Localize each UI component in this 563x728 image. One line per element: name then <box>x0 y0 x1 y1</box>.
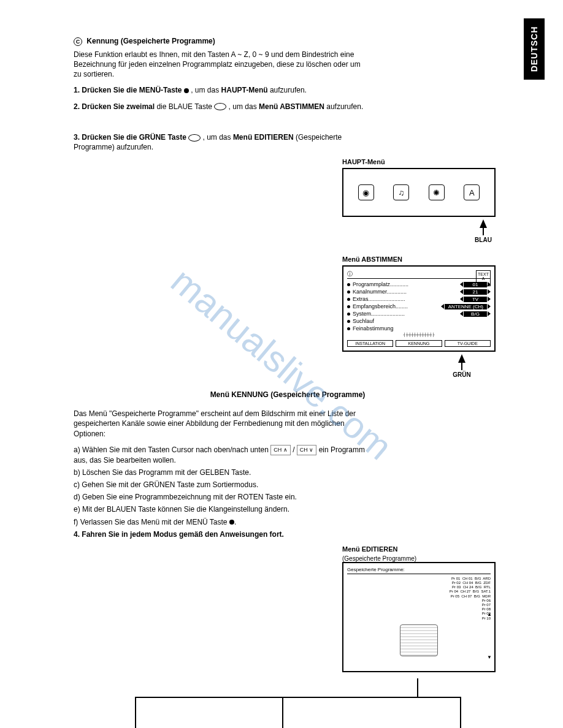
editieren-label: Menü EDITIEREN <box>342 545 502 553</box>
green-arrow: GRÜN <box>422 354 502 378</box>
blue-button-icon <box>214 103 226 110</box>
step-2: 2. Drücken Sie zweimal die BLAUE Taste ,… <box>74 102 368 112</box>
copyright-icon: C <box>74 37 82 46</box>
antenna-icon: A <box>464 184 480 200</box>
manual-page: DEUTSCH manualslive.com C Kennung (Gespe… <box>0 0 563 728</box>
step-4: 4. Fahren Sie in jedem Modus gemäß den A… <box>74 529 368 539</box>
abstimmen-tabs: INSTALLATION KENNUNG TV-GUIDE <box>347 340 491 347</box>
language-tab: DEUTSCH <box>524 18 545 80</box>
step-a: a) Wählen Sie mit den Tasten Cursor nach… <box>74 445 368 465</box>
eye-icon: ◉ <box>358 184 374 200</box>
remote-sketch <box>400 624 438 656</box>
arrow-to-sortieren <box>282 697 283 728</box>
ch-down-key: CH ∨ <box>297 445 317 455</box>
arrow-to-kennung <box>460 697 461 728</box>
arrow-to-loeschen <box>135 697 136 728</box>
blue-arrow: BLAU <box>465 219 502 243</box>
menu-button-icon <box>184 88 189 93</box>
step-e: e) Mit der BLAUEN Taste können Sie die K… <box>74 504 368 514</box>
editieren-right: Menü EDITIEREN (Gespeicherte Programme) … <box>342 545 502 672</box>
ch-up-key: CH ∧ <box>270 445 291 455</box>
clock-icon: ✺ <box>429 184 445 200</box>
kennung-title: Menü KENNUNG (Gespeicherte Programme) <box>74 390 502 399</box>
kennung-left: Das Menü "Gespeicherte Programme" ersche… <box>74 406 368 545</box>
step-1: 1. Drücken Sie die MENÜ-Taste , um das H… <box>74 85 368 95</box>
section-c-intro: Diese Funktion erlaubt es Ihnen, mit den… <box>74 50 368 80</box>
music-icon: ♫ <box>393 184 409 200</box>
flow-diagram <box>74 678 502 728</box>
kennung-intro: Das Menü "Gespeicherte Programme" ersche… <box>74 409 368 439</box>
haupt-menu-screen: ◉ ♫ ✺ A <box>342 168 496 217</box>
haupt-label: HAUPT-Menü <box>342 158 502 165</box>
language-label: DEUTSCH <box>529 26 539 72</box>
abstimmen-rows: Programmplatz............01 Kanalnummer.… <box>347 281 491 332</box>
step-3: 3. Drücken Sie die GRÜNE Taste , um das … <box>74 132 368 152</box>
right-column: HAUPT-Menü ◉ ♫ ✺ A BLAU Menü ABSTIMMEN T… <box>342 158 502 378</box>
scroll-arrow-up-icon: ▲ <box>487 612 492 617</box>
step-f: f) Verlassen Sie das Menü mit der MENÜ T… <box>74 517 368 527</box>
menu-button-icon-2 <box>229 520 234 525</box>
section-c-heading: Kennung (Gespeicherte Programme) <box>86 37 215 45</box>
program-list: Pr 01 CH 01 B/G ARD Pr 02 CH 04 B/G ZDF … <box>347 577 491 621</box>
step-d: d) Geben Sie eine Programmbezeichnung mi… <box>74 492 368 502</box>
editieren-screen: Gespeicherte Programme: Pr 01 CH 01 B/G … <box>342 562 496 672</box>
green-button-icon <box>188 134 201 142</box>
step-list: a) Wählen Sie mit den Tasten Cursor nach… <box>74 445 368 527</box>
left-column: C Kennung (Gespeicherte Programme) Diese… <box>74 37 368 158</box>
step-c: c) Gehen Sie mit der GRÜNEN Taste zum So… <box>74 480 368 490</box>
step-b: b) Löschen Sie das Programm mit der GELB… <box>74 468 368 477</box>
abstimmen-label: Menü ABSTIMMEN <box>342 256 502 263</box>
scroll-arrow-down-icon: ▼ <box>487 654 492 660</box>
editieren-sub: (Gespeicherte Programme) <box>342 555 502 562</box>
section-c-title: C Kennung (Gespeicherte Programme) <box>74 37 368 46</box>
abstimmen-screen: TEXTA ⓘ Programmplatz............01 Kana… <box>342 265 496 352</box>
